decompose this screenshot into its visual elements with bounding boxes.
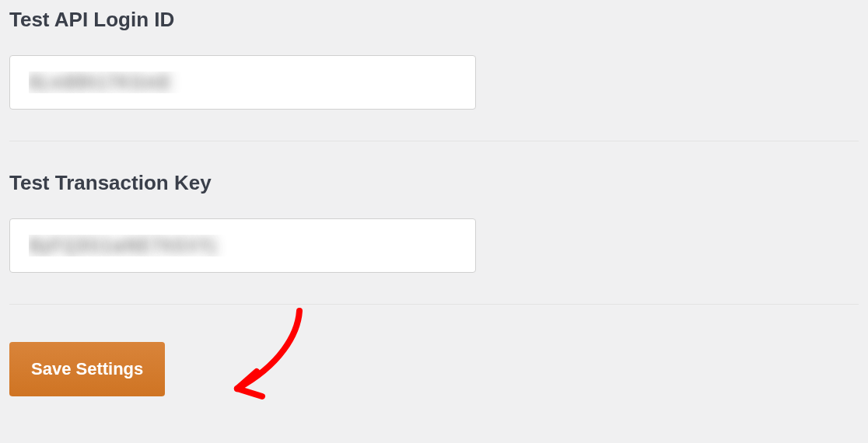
save-button[interactable]: Save Settings [9,342,165,396]
transaction-key-group: Test Transaction Key [9,171,859,305]
api-login-input[interactable] [9,55,476,110]
transaction-key-input[interactable] [9,218,476,273]
api-login-group: Test API Login ID [9,8,859,141]
transaction-key-label: Test Transaction Key [9,171,859,195]
arrow-annotation-icon [198,303,315,412]
settings-form: Test API Login ID Test Transaction Key [0,0,868,305]
actions-bar: Save Settings [0,334,868,404]
api-login-label: Test API Login ID [9,8,859,32]
